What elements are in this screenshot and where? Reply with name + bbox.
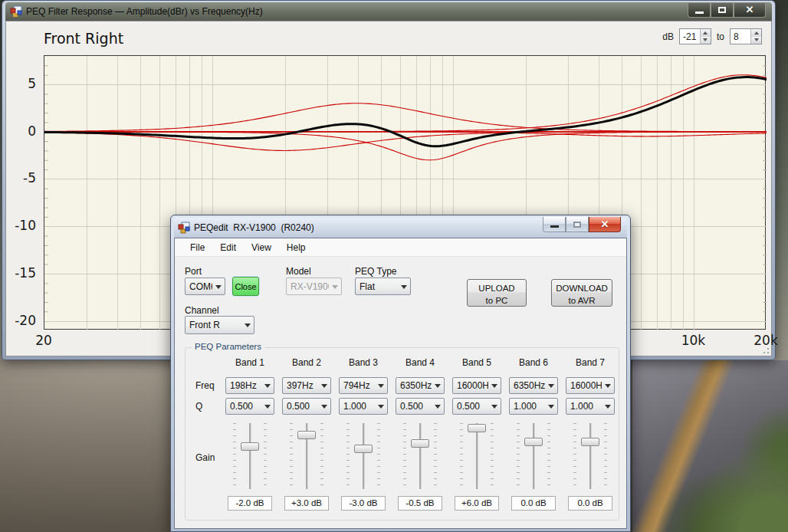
chevron-down-icon	[545, 401, 557, 412]
db-min-value[interactable]: -21	[680, 29, 700, 44]
spin-up-icon[interactable]	[701, 29, 711, 37]
minimize-icon	[550, 225, 559, 228]
db-min-spinner[interactable]: -21	[679, 28, 711, 44]
band-label: Band 4	[405, 357, 435, 368]
freq-combo[interactable]: 16000Hz	[566, 377, 615, 394]
peq-type-combo[interactable]: Flat	[355, 277, 411, 295]
minimize-icon	[695, 11, 704, 14]
download-to-avr-button[interactable]: DOWNLOAD to AVR	[551, 279, 612, 307]
chevron-down-icon	[432, 401, 444, 412]
gain-slider[interactable]	[511, 419, 557, 493]
freq-combo[interactable]: 6350Hz	[509, 377, 558, 394]
spin-up-icon[interactable]	[751, 29, 761, 37]
q-combo[interactable]: 0.500	[396, 398, 445, 415]
y-axis-labels: 50-5-10-15-20	[6, 55, 40, 330]
q-combo[interactable]: 1.000	[509, 398, 558, 415]
x-tick-label: 10k	[681, 333, 705, 348]
chart-window-controls: ✕	[688, 2, 766, 18]
spin-down-icon[interactable]	[751, 37, 761, 44]
menu-help[interactable]: Help	[279, 239, 314, 256]
dialog-titlebar[interactable]: PEQedit RX-V1900 (R0240) ✕	[174, 218, 627, 238]
gain-row-label: Gain	[195, 452, 215, 463]
chart-window-titlebar[interactable]: PEQ Filter Response — Amplitude(dBr) vs …	[5, 2, 772, 21]
slider-thumb[interactable]	[468, 424, 486, 432]
peq-type-label: PEQ Type	[355, 266, 396, 277]
y-tick-label: -20	[15, 313, 36, 328]
gain-slider[interactable]	[227, 419, 273, 493]
menu-view[interactable]: View	[244, 239, 279, 256]
close-button[interactable]: ✕	[589, 217, 621, 232]
gain-value[interactable]: -2.0 dB	[228, 496, 272, 511]
channel-combo[interactable]: Front R	[185, 316, 254, 334]
close-icon: ✕	[746, 5, 754, 15]
minimize-button[interactable]	[543, 217, 566, 232]
peqedit-dialog: PEQedit RX-V1900 (R0240) ✕ File Edit Vie…	[170, 215, 631, 532]
slider-thumb[interactable]	[411, 439, 429, 448]
freq-combo[interactable]: 198Hz	[225, 377, 274, 394]
slider-thumb[interactable]	[524, 438, 543, 446]
q-combo[interactable]: 0.500	[452, 398, 501, 415]
spin-down-icon[interactable]	[701, 37, 711, 44]
chevron-down-icon	[318, 401, 330, 412]
dialog-window-controls: ✕	[543, 217, 621, 232]
upload-to-pc-button[interactable]: UPLOAD to PC	[467, 279, 527, 307]
model-label: Model	[286, 266, 311, 277]
maximize-button[interactable]	[566, 217, 589, 232]
port-close-button[interactable]: Close	[232, 277, 259, 296]
gain-slider[interactable]	[284, 419, 330, 493]
chevron-down-icon	[398, 281, 410, 292]
maximize-icon	[573, 222, 581, 228]
gain-value[interactable]: -0.5 dB	[398, 496, 442, 511]
port-combo[interactable]: COM6	[185, 277, 225, 295]
gain-slider[interactable]	[340, 419, 386, 493]
freq-combo[interactable]: 16000Hz	[452, 377, 501, 394]
gain-value[interactable]: -3.0 dB	[341, 496, 386, 511]
slider-thumb[interactable]	[241, 442, 259, 451]
freq-row-label: Freq	[195, 380, 215, 391]
freq-combo[interactable]: 794Hz	[339, 377, 388, 394]
app-icon	[10, 5, 22, 18]
maximize-button[interactable]	[711, 2, 734, 18]
band-label: Band 7	[576, 357, 605, 368]
chevron-down-icon	[241, 320, 254, 330]
gain-slider[interactable]	[567, 419, 613, 493]
gain-slider[interactable]	[397, 419, 443, 493]
db-max-value[interactable]: 8	[731, 29, 750, 44]
chevron-down-icon	[318, 380, 330, 391]
slider-thumb[interactable]	[297, 431, 316, 439]
freq-combo[interactable]: 397Hz	[282, 377, 331, 394]
dialog-title: PEQedit RX-V1900 (R0240)	[194, 222, 314, 233]
menu-file[interactable]: File	[182, 239, 212, 256]
freq-combo[interactable]: 6350Hz	[396, 377, 445, 394]
gain-value[interactable]: 0.0 dB	[511, 496, 556, 511]
band-label: Band 3	[349, 357, 378, 368]
db-max-spinner[interactable]: 8	[730, 28, 762, 44]
y-tick-label: 5	[28, 76, 36, 91]
band-header-row: Band 1 Band 2 Band 3 Band 4 Band 5 Band …	[222, 357, 619, 368]
gain-slider[interactable]	[454, 419, 500, 493]
q-combo[interactable]: 0.500	[225, 398, 274, 415]
q-combo[interactable]: 1.000	[566, 398, 615, 415]
gain-value[interactable]: +6.0 dB	[455, 496, 499, 511]
gain-value[interactable]: +3.0 dB	[284, 496, 329, 511]
chevron-down-icon	[261, 380, 274, 391]
q-combo[interactable]: 1.000	[339, 398, 388, 415]
chevron-down-icon	[212, 281, 225, 292]
slider-thumb[interactable]	[354, 445, 373, 453]
resize-grip[interactable]	[761, 346, 770, 355]
dialog-body: File Edit View Help Port COM6 Close Mode…	[174, 238, 627, 529]
band-label: Band 6	[519, 357, 548, 368]
y-tick-label: -10	[15, 218, 36, 233]
close-button[interactable]: ✕	[734, 2, 766, 18]
minimize-button[interactable]	[688, 2, 711, 18]
slider-thumb[interactable]	[581, 438, 599, 446]
gain-value[interactable]: 0.0 dB	[568, 496, 612, 511]
y-tick-label: -15	[15, 265, 36, 281]
x-tick-label: 20	[35, 333, 52, 348]
band-label: Band 1	[235, 357, 264, 368]
band-label: Band 5	[462, 357, 491, 368]
dialog-client-area: Port COM6 Close Model RX-V1900 PEQ Type …	[175, 257, 626, 528]
chevron-down-icon	[432, 380, 444, 391]
menu-edit[interactable]: Edit	[212, 239, 244, 256]
q-combo[interactable]: 0.500	[282, 398, 331, 415]
